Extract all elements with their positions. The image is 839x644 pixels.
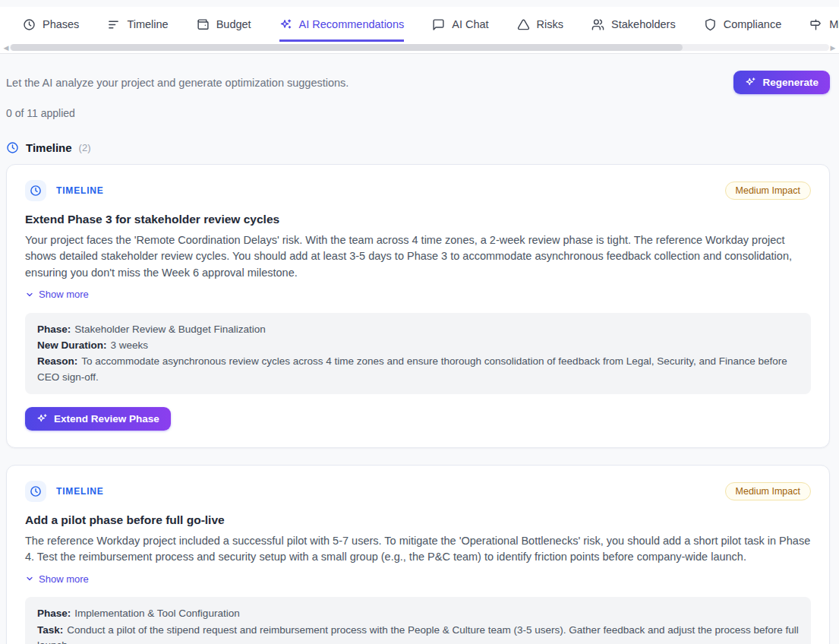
clock-icon bbox=[25, 180, 46, 201]
chevron-down-icon bbox=[25, 290, 34, 299]
tab-phases[interactable]: Phases bbox=[23, 7, 79, 42]
category-label: TIMELINE bbox=[56, 185, 104, 196]
tab-compliance[interactable]: Compliance bbox=[704, 7, 782, 42]
sparkles-icon bbox=[36, 413, 48, 425]
regenerate-label: Regenerate bbox=[762, 77, 818, 88]
recommendation-title: Add a pilot phase before full go-live bbox=[25, 513, 811, 527]
impact-badge: Medium Impact bbox=[725, 182, 811, 200]
sparkles-icon bbox=[279, 18, 292, 31]
chat-bubble-icon bbox=[432, 18, 445, 31]
chevron-down-icon bbox=[25, 574, 34, 583]
detail-row: New Duration:3 weeks bbox=[37, 338, 799, 353]
tab-label: Compliance bbox=[724, 18, 782, 30]
section-count: (2) bbox=[79, 142, 91, 153]
tab-stakeholders[interactable]: Stakeholders bbox=[591, 7, 676, 42]
category-label: TIMELINE bbox=[56, 486, 104, 497]
detail-row: Task:Conduct a pilot of the stipend requ… bbox=[37, 623, 799, 644]
clock-icon bbox=[23, 18, 36, 31]
tab-risks[interactable]: Risks bbox=[517, 7, 563, 42]
clock-icon bbox=[6, 141, 19, 154]
tab-timeline[interactable]: Timeline bbox=[107, 7, 168, 42]
tab-ai-chat[interactable]: AI Chat bbox=[432, 7, 488, 42]
sparkles-icon bbox=[745, 77, 756, 88]
intro-text: Let the AI analyze your project and gene… bbox=[6, 77, 349, 89]
detail-row: Phase:Stakeholder Review & Budget Finali… bbox=[37, 322, 799, 337]
regenerate-button[interactable]: Regenerate bbox=[733, 71, 830, 94]
tab-label: Risks bbox=[537, 18, 563, 30]
detail-row: Reason:To accommodate asynchronous revie… bbox=[37, 354, 799, 385]
tab-budget[interactable]: Budget bbox=[197, 7, 251, 42]
clock-icon bbox=[25, 481, 46, 502]
applied-count: 0 of 11 applied bbox=[6, 107, 830, 119]
wallet-icon bbox=[197, 18, 210, 31]
recommendation-details: Phase:Stakeholder Review & Budget Finali… bbox=[25, 313, 811, 394]
tab-label: Budget bbox=[216, 18, 251, 30]
users-icon bbox=[591, 18, 604, 31]
tab-label: AI Recommendations bbox=[299, 18, 405, 30]
tab-ai-recommendations[interactable]: AI Recommendations bbox=[279, 7, 405, 42]
detail-row: Phase:Implementation & Tool Configuratio… bbox=[37, 606, 799, 621]
recommendation-card: TIMELINE Medium Impact Extend Phase 3 fo… bbox=[6, 164, 830, 448]
extend-review-phase-button[interactable]: Extend Review Phase bbox=[25, 407, 171, 431]
recommendation-details: Phase:Implementation & Tool Configuratio… bbox=[25, 597, 811, 644]
warning-triangle-icon bbox=[517, 18, 530, 31]
recommendation-card: TIMELINE Medium Impact Add a pilot phase… bbox=[6, 465, 830, 644]
tab-milestones[interactable]: Milestones bbox=[809, 7, 839, 42]
timeline-section-header: Timeline (2) bbox=[6, 141, 830, 154]
tab-label: AI Chat bbox=[452, 18, 488, 30]
show-more-link[interactable]: Show more bbox=[25, 289, 89, 300]
scrollbar-track[interactable] bbox=[10, 44, 829, 51]
ai-recommendations-panel: Let the AI analyze your project and gene… bbox=[0, 54, 839, 644]
recommendation-body: Your project faces the 'Remote Coordinat… bbox=[25, 232, 811, 281]
shield-icon bbox=[704, 18, 717, 31]
impact-badge: Medium Impact bbox=[725, 482, 811, 500]
recommendation-title: Extend Phase 3 for stakeholder review cy… bbox=[25, 213, 811, 226]
horizontal-scrollbar[interactable]: ◀ ▶ bbox=[0, 42, 839, 53]
tab-bar: Phases Timeline Budget AI Recommendation… bbox=[0, 7, 839, 54]
tab-label: Timeline bbox=[127, 18, 168, 30]
scrollbar-thumb[interactable] bbox=[11, 44, 683, 51]
scroll-right-arrow-icon[interactable]: ▶ bbox=[829, 44, 837, 52]
recommendation-body: The reference Workday project included a… bbox=[25, 533, 811, 566]
align-lines-icon bbox=[107, 18, 120, 31]
scroll-left-arrow-icon[interactable]: ◀ bbox=[2, 44, 10, 52]
tab-label: Phases bbox=[43, 18, 79, 30]
section-title: Timeline bbox=[26, 141, 72, 154]
tab-label: Stakeholders bbox=[611, 18, 676, 30]
milestone-icon bbox=[809, 18, 822, 31]
show-more-link[interactable]: Show more bbox=[25, 573, 89, 585]
tab-label: Milestones bbox=[829, 18, 839, 30]
